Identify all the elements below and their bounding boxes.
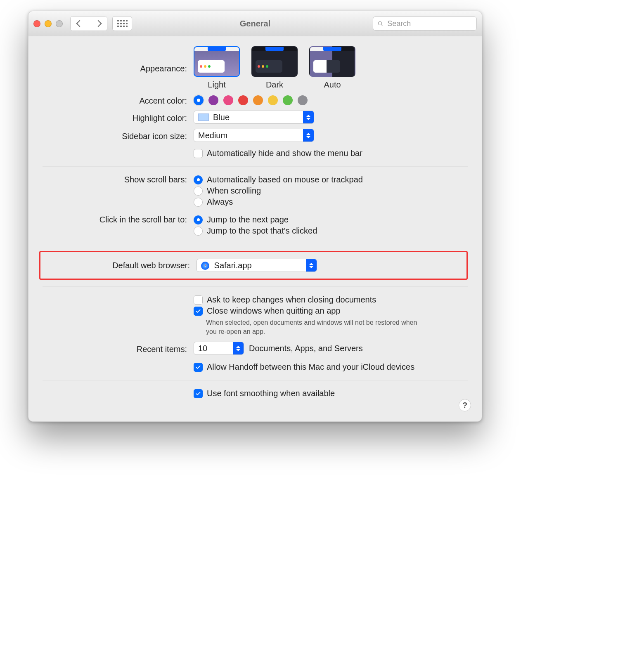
- accent-color-swatches: [194, 95, 468, 105]
- accent-color-pink[interactable]: [223, 95, 233, 105]
- nav-buttons: [70, 16, 107, 31]
- recent-items-popup[interactable]: 10: [194, 342, 244, 355]
- check-icon: [195, 151, 201, 156]
- svg-point-0: [378, 21, 381, 25]
- sidebar-icon-size-label: Sidebar icon size:: [43, 130, 194, 141]
- appearance-option-label: Dark: [266, 80, 283, 90]
- close-windows-quit-checkbox[interactable]: Close windows when quitting an app: [194, 306, 468, 316]
- appearance-option-light[interactable]: Light: [194, 46, 240, 90]
- check-icon: [195, 308, 201, 314]
- highlight-color-value: Blue: [213, 113, 230, 122]
- search-input[interactable]: [386, 19, 472, 28]
- appearance-label: Appearance:: [43, 62, 194, 73]
- popup-arrows-icon: [303, 111, 314, 123]
- appearance-option-auto[interactable]: Auto: [309, 46, 355, 90]
- content: Appearance: Light Dark Auto: [28, 36, 482, 421]
- scrollbars-radio-auto[interactable]: Automatically based on mouse or trackpad: [194, 175, 468, 184]
- appearance-option-label: Light: [208, 80, 225, 90]
- zoom-window-button[interactable]: [56, 20, 63, 27]
- accent-color-orange[interactable]: [253, 95, 263, 105]
- popup-arrows-icon: [306, 259, 317, 272]
- scrollbar-click-radio-spot[interactable]: Jump to the spot that's clicked: [194, 226, 468, 236]
- window-controls: [33, 20, 63, 27]
- appearance-options: Light Dark Auto: [194, 46, 468, 90]
- sidebar-icon-size-popup[interactable]: Medium: [194, 129, 314, 142]
- popup-arrows-icon: [303, 129, 314, 142]
- ask-keep-changes-checkbox[interactable]: Ask to keep changes when closing documen…: [194, 295, 468, 305]
- search-icon: [377, 20, 383, 27]
- close-window-button[interactable]: [33, 20, 40, 27]
- default-browser-value: Safari.app: [214, 261, 252, 270]
- check-icon: [195, 364, 201, 370]
- search-field[interactable]: [373, 17, 477, 31]
- chevron-left-icon: [76, 20, 83, 27]
- scrollbars-radio-when-scrolling[interactable]: When scrolling: [194, 186, 468, 196]
- help-button[interactable]: ?: [459, 399, 471, 411]
- scrollbars-label: Show scroll bars:: [43, 173, 194, 184]
- sidebar-icon-size-value: Medium: [194, 131, 242, 140]
- scrollbars-option-label: Always: [207, 197, 233, 207]
- default-browser-callout: Default web browser: Safari.app: [39, 251, 468, 280]
- default-browser-popup[interactable]: Safari.app: [197, 259, 317, 272]
- scrollbar-click-option-label: Jump to the next page: [207, 215, 289, 224]
- close-windows-quit-note: When selected, open documents and window…: [206, 318, 421, 336]
- scrollbar-click-radio-next-page[interactable]: Jump to the next page: [194, 215, 468, 224]
- accent-color-purple[interactable]: [208, 95, 218, 105]
- accent-color-label: Accent color:: [43, 94, 194, 106]
- scrollbars-option-label: Automatically based on mouse or trackpad: [207, 175, 363, 184]
- autohide-menubar-label: Automatically hide and show the menu bar: [207, 149, 362, 158]
- divider: [43, 286, 468, 287]
- highlight-color-swatch: [198, 113, 209, 121]
- back-button[interactable]: [71, 17, 89, 31]
- show-all-button[interactable]: [112, 16, 132, 31]
- chevron-right-icon: [95, 20, 102, 27]
- check-icon: [195, 391, 201, 397]
- svg-marker-3: [205, 264, 206, 266]
- autohide-menubar-checkbox[interactable]: Automatically hide and show the menu bar: [194, 149, 468, 158]
- forward-button[interactable]: [89, 17, 107, 31]
- safari-icon: [201, 262, 209, 270]
- highlight-color-label: Highlight color:: [43, 112, 194, 123]
- recent-items-value: 10: [194, 344, 221, 353]
- close-windows-quit-label: Close windows when quitting an app: [207, 306, 341, 316]
- window-title: General: [240, 19, 270, 28]
- grid-icon: [117, 20, 128, 27]
- scrollbar-click-label: Click in the scroll bar to:: [43, 213, 194, 224]
- recent-items-suffix: Documents, Apps, and Servers: [249, 344, 363, 353]
- popup-arrows-icon: [233, 342, 244, 354]
- scrollbars-radio-always[interactable]: Always: [194, 197, 468, 207]
- divider: [43, 166, 468, 167]
- ask-keep-changes-label: Ask to keep changes when closing documen…: [207, 295, 376, 305]
- appearance-option-label: Auto: [324, 80, 341, 90]
- scrollbars-option-label: When scrolling: [207, 186, 261, 196]
- divider: [43, 380, 468, 380]
- accent-color-gray[interactable]: [298, 95, 308, 105]
- divider: [43, 244, 468, 244]
- highlight-color-popup[interactable]: Blue: [194, 111, 314, 124]
- appearance-option-dark[interactable]: Dark: [251, 46, 298, 90]
- svg-line-1: [381, 25, 383, 26]
- accent-color-red[interactable]: [238, 95, 248, 105]
- font-smoothing-checkbox[interactable]: Use font smoothing when available: [194, 389, 468, 398]
- recent-items-label: Recent items:: [43, 343, 194, 354]
- font-smoothing-label: Use font smoothing when available: [207, 389, 335, 398]
- minimize-window-button[interactable]: [45, 20, 52, 27]
- accent-color-yellow[interactable]: [268, 95, 278, 105]
- accent-color-green[interactable]: [283, 95, 293, 105]
- check-icon: [195, 297, 201, 303]
- default-browser-label: Default web browser:: [45, 261, 197, 270]
- handoff-checkbox[interactable]: Allow Handoff between this Mac and your …: [194, 362, 468, 372]
- scrollbar-click-option-label: Jump to the spot that's clicked: [207, 226, 317, 236]
- preferences-window: General Appearance: Light: [28, 11, 482, 422]
- toolbar: General: [28, 11, 482, 36]
- accent-color-blue[interactable]: [194, 95, 204, 105]
- handoff-label: Allow Handoff between this Mac and your …: [207, 362, 414, 372]
